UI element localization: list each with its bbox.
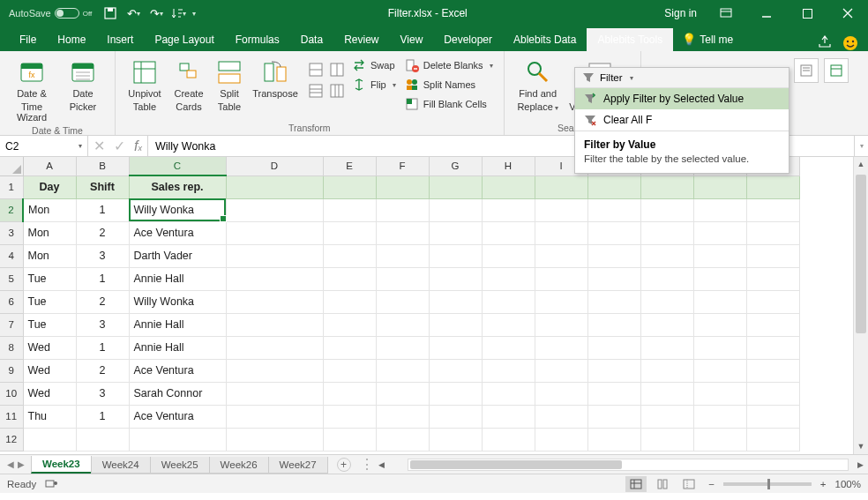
filter-dropdown-header[interactable]: Filter▾ <box>575 68 789 88</box>
col-header-A[interactable]: A <box>23 157 76 175</box>
cell-K12[interactable] <box>640 428 693 451</box>
note-button[interactable] <box>794 58 819 83</box>
cell-F6[interactable] <box>376 290 429 313</box>
mini-icon-2[interactable] <box>327 60 347 79</box>
hscroll-right-icon[interactable]: ▶ <box>852 460 868 469</box>
feedback-smiley-icon[interactable] <box>842 35 868 51</box>
cell-E1[interactable] <box>323 175 376 198</box>
cell-C7[interactable]: Annie Hall <box>129 313 226 336</box>
cell-E10[interactable] <box>323 382 376 405</box>
cell-F1[interactable] <box>376 175 429 198</box>
cell-D5[interactable] <box>226 267 323 290</box>
row-header-3[interactable]: 3 <box>0 221 23 244</box>
cell-A4[interactable]: Mon <box>23 244 76 267</box>
cell-L11[interactable] <box>693 405 746 428</box>
cell-I12[interactable] <box>535 428 587 451</box>
cell-B11[interactable]: 1 <box>76 405 129 428</box>
cell-C12[interactable] <box>129 428 226 451</box>
name-box[interactable]: C2▾ <box>0 136 88 156</box>
cell-C6[interactable]: Willy Wonka <box>129 290 226 313</box>
mini-icon-4[interactable] <box>327 81 347 101</box>
cell-A1[interactable]: Day <box>23 175 76 198</box>
cell-G2[interactable] <box>429 198 482 221</box>
cell-M1[interactable] <box>746 175 799 198</box>
sheet-tab-week23[interactable]: Week23 <box>31 456 92 474</box>
cell-F12[interactable] <box>376 428 429 451</box>
cell-G8[interactable] <box>429 336 482 359</box>
apply-filter-by-selected-value[interactable]: Apply Filter by Selected Value <box>575 88 789 109</box>
cell-A3[interactable]: Mon <box>23 221 76 244</box>
cell-E7[interactable] <box>323 313 376 336</box>
cell-H9[interactable] <box>482 359 535 382</box>
cell-H10[interactable] <box>482 382 535 405</box>
cell-J9[interactable] <box>587 359 640 382</box>
cell-K11[interactable] <box>640 405 693 428</box>
cell-K5[interactable] <box>640 267 693 290</box>
cell-A5[interactable]: Tue <box>23 267 76 290</box>
cell-L7[interactable] <box>693 313 746 336</box>
cell-A9[interactable]: Wed <box>23 359 76 382</box>
cell-J1[interactable] <box>587 175 640 198</box>
cell-D3[interactable] <box>226 221 323 244</box>
cell-K9[interactable] <box>640 359 693 382</box>
flip-button[interactable]: Flip▾ <box>348 76 400 93</box>
cell-I7[interactable] <box>535 313 587 336</box>
cell-B7[interactable]: 3 <box>76 313 129 336</box>
tab-ablebits-data[interactable]: Ablebits Data <box>503 28 587 51</box>
tab-file[interactable]: File <box>9 28 47 51</box>
cell-C8[interactable]: Annie Hall <box>129 336 226 359</box>
tell-me-search[interactable]: 💡 Tell me <box>673 27 742 51</box>
col-header-F[interactable]: F <box>376 157 429 175</box>
cell-C4[interactable]: Darth Vader <box>129 244 226 267</box>
col-header-E[interactable]: E <box>323 157 376 175</box>
cell-K7[interactable] <box>640 313 693 336</box>
cell-A8[interactable]: Wed <box>23 336 76 359</box>
cell-G3[interactable] <box>429 221 482 244</box>
share-icon[interactable] <box>810 35 842 51</box>
sheet-tab-week25[interactable]: Week25 <box>150 457 210 474</box>
mini-icon-1[interactable] <box>306 60 326 79</box>
sign-in-button[interactable]: Sign in <box>655 7 706 19</box>
transpose-button[interactable]: Transpose <box>250 55 301 112</box>
expand-formula-bar-icon[interactable]: ▾ <box>854 136 868 156</box>
cell-A7[interactable]: Tue <box>23 313 76 336</box>
row-header-9[interactable]: 9 <box>0 359 23 382</box>
sheet-tab-week27[interactable]: Week27 <box>268 457 328 474</box>
cell-B9[interactable]: 2 <box>76 359 129 382</box>
view-normal-icon[interactable] <box>625 476 647 492</box>
cell-L5[interactable] <box>693 267 746 290</box>
workbook-button[interactable] <box>824 58 849 83</box>
qat-customize-icon[interactable]: ▾ <box>192 10 196 18</box>
cell-L10[interactable] <box>693 382 746 405</box>
cell-G11[interactable] <box>429 405 482 428</box>
cell-B3[interactable]: 2 <box>76 221 129 244</box>
close-icon[interactable] <box>827 0 868 26</box>
autosave-control[interactable]: AutoSave Off <box>0 8 97 19</box>
cell-L9[interactable] <box>693 359 746 382</box>
cell-J4[interactable] <box>587 244 640 267</box>
col-header-D[interactable]: D <box>226 157 323 175</box>
cell-I9[interactable] <box>535 359 587 382</box>
cell-D6[interactable] <box>226 290 323 313</box>
sheet-tab-week26[interactable]: Week26 <box>209 457 269 474</box>
zoom-level[interactable]: 100% <box>835 479 861 489</box>
find-replace-button[interactable]: Find and Replace▾ <box>512 55 565 112</box>
cell-L4[interactable] <box>693 244 746 267</box>
date-picker-button[interactable]: Date Picker <box>58 55 108 112</box>
cell-D8[interactable] <box>226 336 323 359</box>
cell-I11[interactable] <box>535 405 587 428</box>
fill-blank-cells-button[interactable]: Fill Blank Cells <box>401 95 497 113</box>
worksheet-grid[interactable]: ABCDEFGHIJKLM1DayShiftSales rep.2Mon1Wil… <box>0 157 868 454</box>
cell-L8[interactable] <box>693 336 746 359</box>
cell-F5[interactable] <box>376 267 429 290</box>
cell-G10[interactable] <box>429 382 482 405</box>
cell-H7[interactable] <box>482 313 535 336</box>
cell-C11[interactable]: Ace Ventura <box>129 405 226 428</box>
cell-F7[interactable] <box>376 313 429 336</box>
swap-button[interactable]: Swap <box>348 56 400 74</box>
scroll-up-icon[interactable]: ▲ <box>854 157 868 172</box>
cell-H6[interactable] <box>482 290 535 313</box>
col-header-B[interactable]: B <box>76 157 129 175</box>
cell-J6[interactable] <box>587 290 640 313</box>
cell-G5[interactable] <box>429 267 482 290</box>
